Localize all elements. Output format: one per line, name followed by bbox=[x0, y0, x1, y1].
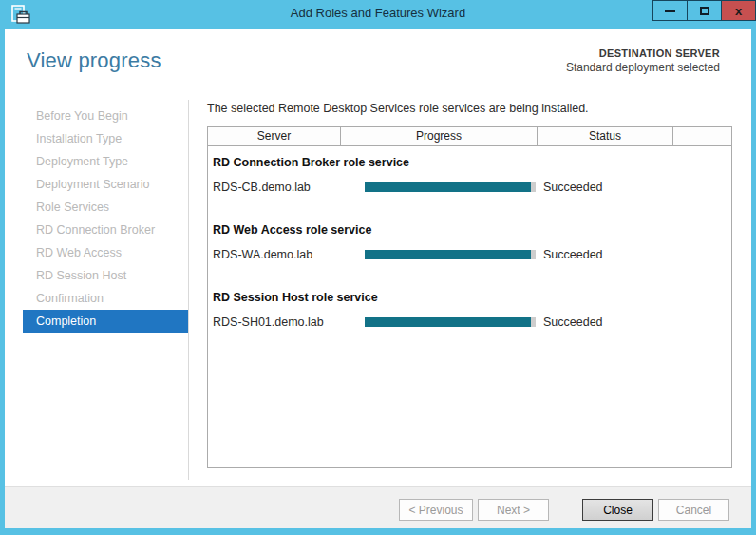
role-service-section: RD Connection Broker role service RDS-CB… bbox=[208, 154, 731, 197]
table-row: RDS-SH01.demo.lab Succeeded bbox=[208, 313, 731, 332]
server-name: RDS-SH01.demo.lab bbox=[208, 315, 341, 329]
section-title: RD Connection Broker role service bbox=[208, 154, 731, 171]
destination-server-label: DESTINATION SERVER bbox=[566, 48, 720, 59]
sidebar-item-deployment-scenario: Deployment Scenario bbox=[23, 173, 188, 196]
progress-bar-track bbox=[365, 182, 536, 192]
progress-bar-track bbox=[365, 317, 536, 327]
progress-cell bbox=[341, 250, 538, 259]
sidebar-item-rd-web-access: RD Web Access bbox=[23, 241, 188, 264]
server-name: RDS-CB.demo.lab bbox=[208, 181, 341, 194]
cancel-button[interactable]: Cancel bbox=[658, 499, 729, 521]
next-button[interactable]: Next > bbox=[478, 499, 549, 521]
minimize-icon bbox=[665, 10, 675, 12]
page-title: View progress bbox=[27, 48, 161, 73]
title-bar: Add Roles and Features Wizard x bbox=[0, 0, 756, 29]
sidebar-item-rd-session-host: RD Session Host bbox=[23, 264, 188, 287]
close-window-button[interactable]: x bbox=[721, 0, 756, 21]
progress-bar-fill bbox=[365, 250, 531, 259]
column-header-status: Status bbox=[538, 127, 673, 145]
role-service-section: RD Web Access role service RDS-WA.demo.l… bbox=[208, 221, 731, 264]
destination-server-value: Standard deployment selected bbox=[566, 61, 720, 74]
progress-bar-fill bbox=[365, 317, 531, 327]
column-header-progress: Progress bbox=[341, 127, 538, 145]
server-name: RDS-WA.demo.lab bbox=[208, 248, 341, 261]
sidebar-item-installation-type: Installation Type bbox=[23, 127, 188, 150]
status-text: Succeeded bbox=[538, 315, 673, 329]
progress-table: Server Progress Status RD Connection Bro… bbox=[207, 126, 732, 468]
role-service-section: RD Session Host role service RDS-SH01.de… bbox=[208, 289, 731, 332]
footer-bar: < Previous Next > Close Cancel bbox=[5, 487, 751, 528]
status-text: Succeeded bbox=[538, 181, 673, 194]
destination-server-block: DESTINATION SERVER Standard deployment s… bbox=[566, 48, 720, 74]
sidebar-item-confirmation: Confirmation bbox=[23, 287, 188, 310]
close-icon: x bbox=[735, 5, 742, 17]
sidebar-item-deployment-type: Deployment Type bbox=[23, 150, 188, 173]
sidebar-item-role-services: Role Services bbox=[23, 196, 188, 219]
table-body: RD Connection Broker role service RDS-CB… bbox=[208, 146, 731, 332]
sidebar-item-rd-connection-broker: RD Connection Broker bbox=[23, 219, 188, 241]
section-title: RD Web Access role service bbox=[208, 221, 731, 239]
section-title: RD Session Host role service bbox=[208, 289, 731, 306]
progress-description: The selected Remote Desktop Services rol… bbox=[207, 102, 589, 115]
wizard-steps-sidebar: Before You Begin Installation Type Deplo… bbox=[23, 105, 188, 333]
table-row: RDS-WA.demo.lab Succeeded bbox=[208, 245, 731, 264]
window-title: Add Roles and Features Wizard bbox=[0, 0, 756, 29]
progress-cell bbox=[341, 317, 538, 327]
sidebar-item-before-you-begin: Before You Begin bbox=[23, 105, 188, 127]
progress-bar-track bbox=[365, 250, 536, 259]
close-button[interactable]: Close bbox=[582, 499, 653, 521]
maximize-icon bbox=[700, 7, 709, 15]
status-text: Succeeded bbox=[538, 248, 673, 261]
wizard-body: View progress DESTINATION SERVER Standar… bbox=[5, 29, 751, 528]
wizard-window: Add Roles and Features Wizard x View pro… bbox=[0, 0, 756, 535]
maximize-button[interactable] bbox=[687, 0, 722, 21]
minimize-button[interactable] bbox=[652, 0, 688, 21]
previous-button[interactable]: < Previous bbox=[399, 499, 473, 521]
sidebar-item-completion[interactable]: Completion bbox=[23, 310, 188, 333]
progress-cell bbox=[341, 182, 538, 192]
table-header: Server Progress Status bbox=[208, 127, 731, 146]
progress-bar-fill bbox=[365, 182, 531, 192]
table-row: RDS-CB.demo.lab Succeeded bbox=[208, 178, 731, 197]
window-controls: x bbox=[653, 0, 756, 21]
sidebar-separator bbox=[188, 100, 189, 480]
column-header-extra bbox=[673, 127, 731, 145]
column-header-server: Server bbox=[208, 127, 341, 145]
